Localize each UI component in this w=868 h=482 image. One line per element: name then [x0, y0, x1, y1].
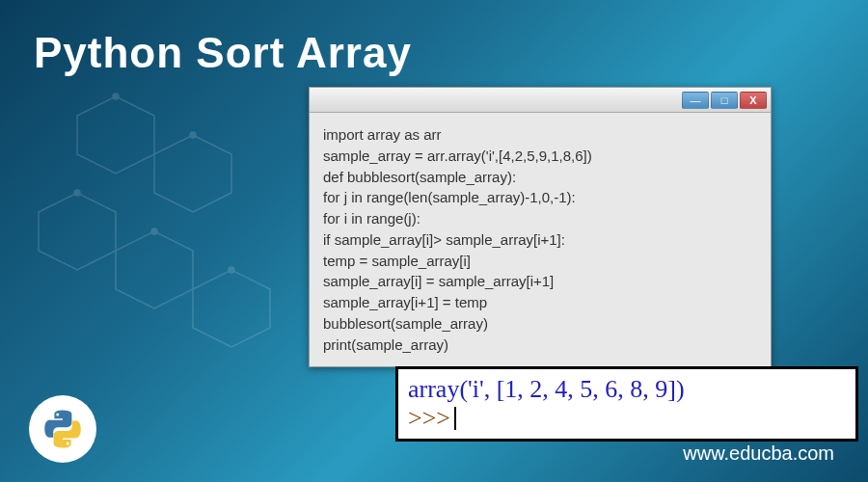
code-line: sample_array = arr.array('i',[4,2,5,9,1,…	[323, 146, 757, 167]
close-button[interactable]: X	[740, 92, 767, 109]
svg-point-5	[113, 94, 119, 99]
output-window: array('i', [1, 2, 4, 5, 6, 8, 9]) >>>	[395, 366, 858, 442]
code-line: import array as arr	[323, 124, 757, 146]
code-line: bubblesort(sample_array)	[323, 313, 757, 335]
code-line: if sample_array[i]> sample_array[i+1]:	[323, 229, 757, 251]
output-result: array('i', [1, 2, 4, 5, 6, 8, 9])	[408, 375, 846, 404]
page-title: Python Sort Array	[34, 29, 412, 77]
text-cursor	[454, 407, 456, 430]
svg-marker-1	[154, 135, 231, 212]
code-line: for j in range(len(sample_array)-1,0,-1)…	[323, 187, 757, 208]
minimize-button[interactable]: —	[682, 92, 709, 109]
svg-marker-3	[116, 231, 193, 308]
svg-marker-0	[77, 96, 154, 174]
maximize-button[interactable]: □	[711, 92, 738, 109]
code-line: for i in range(j):	[323, 208, 757, 229]
code-line: sample_array[i] = sample_array[i+1]	[323, 271, 757, 292]
code-line: print(sample_array)	[323, 335, 757, 356]
svg-marker-4	[193, 270, 270, 347]
code-body: import array as arr sample_array = arr.a…	[310, 113, 771, 366]
window-titlebar: — □ X	[310, 88, 771, 113]
code-line: sample_array[i+1] = temp	[323, 292, 757, 313]
code-line: def bubblesort(sample_array):	[323, 167, 757, 188]
python-logo-icon	[29, 395, 96, 463]
svg-point-9	[229, 267, 234, 273]
svg-point-8	[151, 228, 157, 234]
code-window: — □ X import array as arr sample_array =…	[309, 87, 772, 367]
code-line: temp = sample_array[i]	[323, 251, 757, 272]
repl-prompt-line: >>>	[408, 404, 846, 433]
svg-marker-2	[39, 193, 116, 270]
site-url: www.educba.com	[683, 442, 834, 465]
svg-point-7	[74, 190, 80, 196]
repl-prompt: >>>	[408, 404, 450, 433]
svg-point-6	[190, 132, 196, 138]
